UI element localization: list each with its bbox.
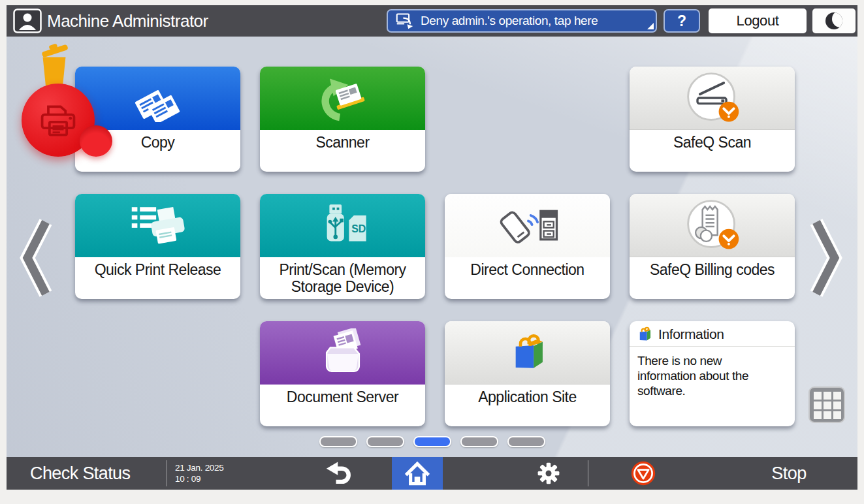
tile-label: Direct Connection xyxy=(445,257,610,299)
app-bag-icon xyxy=(636,326,653,343)
settings-button[interactable] xyxy=(511,457,586,490)
system-message-text: Deny admin.'s operation, tap here xyxy=(421,14,598,28)
tile-safeq-billing[interactable]: SafeQ Billing codes xyxy=(630,194,795,299)
logged-in-user-button[interactable] xyxy=(13,8,42,33)
home-button[interactable] xyxy=(392,457,443,490)
tile-label: Quick Print Release xyxy=(75,257,240,299)
tile-document-server[interactable]: Document Server xyxy=(260,321,425,426)
date-time: 21 Jan. 2025 10 : 09 xyxy=(175,462,223,484)
tile-direct-connection[interactable]: Direct Connection xyxy=(445,194,610,299)
printer-app-icon xyxy=(35,100,82,140)
divider xyxy=(167,460,167,486)
direct-connection-icon xyxy=(494,203,562,249)
date-text: 21 Jan. 2025 xyxy=(175,462,223,473)
stop-icon xyxy=(630,460,656,486)
check-status-label: Check Status xyxy=(30,464,130,483)
tile-label: Document Server xyxy=(260,385,425,426)
divider xyxy=(588,460,588,486)
stop-button[interactable] xyxy=(615,457,671,490)
application-site-icon xyxy=(506,331,549,374)
info-widget-title: Information xyxy=(658,326,724,342)
sd-badge-text: SD xyxy=(351,223,366,234)
back-arrow-icon xyxy=(325,461,354,486)
time-text: 10 : 09 xyxy=(175,473,223,484)
home-icon xyxy=(405,461,430,486)
stop-label[interactable]: Stop xyxy=(737,457,841,490)
system-message-banner[interactable]: Deny admin.'s operation, tap here xyxy=(387,9,657,33)
page-dot-5[interactable] xyxy=(507,436,545,447)
page-dot-1[interactable] xyxy=(319,436,357,447)
page-dot-4[interactable] xyxy=(460,436,498,447)
scanner-icon xyxy=(315,74,371,123)
gear-icon xyxy=(537,462,560,485)
tile-print-scan-memory[interactable]: SD Print/Scan (Memory Storage Device) xyxy=(260,194,425,299)
user-icon xyxy=(13,8,42,33)
top-status-bar: Machine Administrator Deny admin.'s oper… xyxy=(7,5,857,37)
logout-button[interactable]: Logout xyxy=(709,8,807,33)
drag-badge xyxy=(80,125,112,157)
remote-operation-icon xyxy=(396,12,414,30)
smart-operation-panel: Machine Administrator Deny admin.'s oper… xyxy=(0,0,864,504)
tile-quick-print-release[interactable]: Quick Print Release xyxy=(75,194,240,299)
tile-label: Scanner xyxy=(260,130,425,172)
user-name: Machine Administrator xyxy=(47,5,208,37)
tile-label: Application Site xyxy=(445,385,610,426)
back-button[interactable] xyxy=(306,457,374,490)
chevron-right-icon xyxy=(808,217,844,299)
document-server-icon xyxy=(314,328,372,378)
moon-icon xyxy=(825,12,842,29)
tile-safeq-scan[interactable]: SafeQ Scan xyxy=(630,67,795,172)
safeq-scan-icon xyxy=(682,70,743,126)
tile-label: SafeQ Billing codes xyxy=(630,257,795,299)
page-dot-3[interactable] xyxy=(413,436,451,447)
information-widget[interactable]: Information There is no new information … xyxy=(630,321,795,426)
application-list-button[interactable] xyxy=(808,386,845,426)
help-label: ? xyxy=(677,12,686,30)
tile-label: Print/Scan (Memory Storage Device) xyxy=(260,257,425,299)
trash-can-icon xyxy=(34,43,74,90)
logout-label: Logout xyxy=(737,12,779,29)
tile-scanner[interactable]: Scanner xyxy=(260,67,425,172)
info-widget-body: There is no new information about the so… xyxy=(630,347,766,405)
page-dot-2[interactable] xyxy=(366,436,404,447)
tile-label: SafeQ Scan xyxy=(630,130,795,172)
home-screen: Copy Scanner xyxy=(7,37,857,457)
copy-icon xyxy=(129,75,187,122)
usb-sd-icon: SD xyxy=(313,201,372,251)
tile-application-site[interactable]: Application Site xyxy=(445,321,610,426)
help-button[interactable]: ? xyxy=(664,9,700,33)
quick-print-icon xyxy=(128,200,188,251)
chevron-left-icon xyxy=(18,217,54,299)
previous-page-button[interactable] xyxy=(18,217,54,302)
energy-saver-button[interactable] xyxy=(812,8,856,33)
safeq-billing-icon xyxy=(682,197,743,253)
next-page-button[interactable] xyxy=(808,217,844,302)
page-indicator xyxy=(319,436,545,447)
bottom-system-bar: Check Status 21 Jan. 2025 10 : 09 xyxy=(7,457,857,490)
check-status-button[interactable]: Check Status xyxy=(7,457,163,490)
grid-icon xyxy=(808,386,845,423)
